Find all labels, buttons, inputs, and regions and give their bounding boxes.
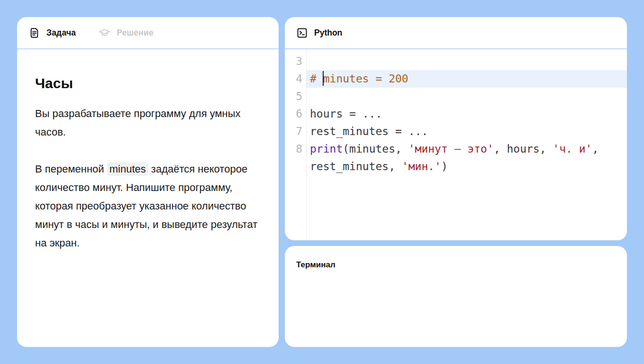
document-icon xyxy=(28,27,40,39)
code-token-plain: hours = ... xyxy=(310,108,382,120)
code-token-string: 'мин.' xyxy=(402,160,441,173)
inline-code-minutes: minutes xyxy=(107,162,148,176)
tab-task[interactable]: Задача xyxy=(28,27,76,39)
terminal-icon xyxy=(296,27,308,39)
code-line-text: rest_minutes = ... xyxy=(306,123,627,140)
line-number: 5 xyxy=(285,88,306,105)
code-token-plain: , xyxy=(592,143,599,155)
gutter-separator xyxy=(306,49,307,240)
task-content: Часы Вы разрабатываете программу для умн… xyxy=(17,49,279,271)
editor-panel: Python 34# minutes = 20056hours = ...7re… xyxy=(285,17,627,240)
code-line[interactable]: 4# minutes = 200 xyxy=(285,70,627,88)
code-token-plain: rest_minutes, xyxy=(310,160,402,173)
tab-task-label: Задача xyxy=(46,28,76,38)
editor-panel-title: Python xyxy=(314,28,342,38)
terminal-title: Терминал xyxy=(296,260,616,270)
task-paragraph-2: В переменной minutes задаётся некоторое … xyxy=(35,160,258,252)
task-title: Часы xyxy=(35,75,261,91)
line-number: 6 xyxy=(285,105,306,123)
right-column: Python 34# minutes = 20056hours = ...7re… xyxy=(285,17,627,347)
code-token-plain: rest_minutes = ... xyxy=(310,125,428,137)
text-cursor xyxy=(323,71,324,86)
line-number: 8 xyxy=(285,140,306,158)
workspace: Задача Решение Часы Вы разрабатываете пр… xyxy=(0,0,644,364)
code-line[interactable]: 6hours = ... xyxy=(285,105,627,123)
code-token-plain: (minutes, xyxy=(343,143,408,155)
task-panel-header: Задача Решение xyxy=(17,17,279,49)
code-line-text: rest_minutes, 'мин.') xyxy=(306,158,627,175)
code-line[interactable]: rest_minutes, 'мин.') xyxy=(285,158,627,175)
code-line-text: hours = ... xyxy=(306,105,627,123)
code-line-text xyxy=(306,53,627,70)
line-number: 4 xyxy=(285,70,306,88)
task-paragraph-2-after: задаётся некоторое количество минут. Нап… xyxy=(35,163,257,249)
code-token-string: 'минут — это' xyxy=(408,143,494,155)
task-paragraph-2-before: В переменной xyxy=(35,163,107,175)
code-token-comment: minutes = 200 xyxy=(323,73,408,85)
code-token-plain: , hours, xyxy=(494,143,553,155)
line-number xyxy=(285,158,306,175)
terminal-panel: Терминал xyxy=(285,246,627,347)
editor-language-tab: Python xyxy=(296,27,342,39)
tab-solution-label: Решение xyxy=(117,28,154,38)
tab-solution[interactable]: Решение xyxy=(99,27,154,39)
task-panel: Задача Решение Часы Вы разрабатываете пр… xyxy=(17,17,279,347)
code-token-plain: ) xyxy=(441,160,448,173)
code-line[interactable]: 5 xyxy=(285,88,627,105)
code-line-text: print(minutes, 'минут — это', hours, 'ч.… xyxy=(306,140,627,158)
code-line-text xyxy=(306,88,627,105)
code-line[interactable]: 8print(minutes, 'минут — это', hours, 'ч… xyxy=(285,140,627,158)
code-token-comment: # xyxy=(310,73,323,85)
task-paragraph-1: Вы разрабатываете программу для умных ча… xyxy=(35,104,258,141)
code-token-keyword: print xyxy=(310,143,343,155)
graduation-cap-icon xyxy=(99,27,110,39)
line-number: 3 xyxy=(285,53,306,70)
code-editor[interactable]: 34# minutes = 20056hours = ...7rest_minu… xyxy=(285,49,627,240)
code-token-string: 'ч. и' xyxy=(553,143,592,155)
code-line[interactable]: 7rest_minutes = ... xyxy=(285,123,627,140)
line-number: 7 xyxy=(285,123,306,140)
code-line-text: # minutes = 200 xyxy=(306,70,627,88)
code-line[interactable]: 3 xyxy=(285,53,627,70)
editor-panel-header: Python xyxy=(285,17,627,49)
